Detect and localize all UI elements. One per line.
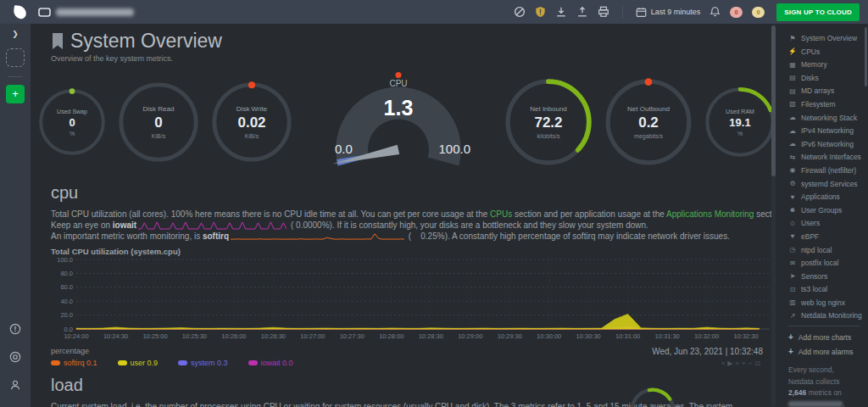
sidebar-item-cpus[interactable]: ⚡CPUs xyxy=(788,47,865,56)
gauge-used-ram[interactable]: Used RAM 19.1 % xyxy=(704,86,771,158)
svg-text:10:30:30: 10:30:30 xyxy=(576,332,601,340)
export-snapshot-button[interactable] xyxy=(576,6,588,18)
chart-units-label: percentage xyxy=(51,347,293,355)
sidebar-item-label: Sensors xyxy=(801,272,827,281)
node-selector[interactable] xyxy=(38,8,134,17)
gauge-cpu[interactable]: CPU 1.3 0.0 100.0 % xyxy=(318,74,479,170)
sidebar-item-filesystem[interactable]: ▧Filesystem xyxy=(788,100,865,109)
add-more-charts-button[interactable]: +Add more charts xyxy=(788,332,865,342)
cpu-desc-text: section and per application usage at the xyxy=(512,209,666,219)
sidebar-item-md-arrays[interactable]: ▤MD arrays xyxy=(788,86,865,95)
legend-item-system[interactable]: system 0.3 xyxy=(178,359,228,367)
plus-icon: + xyxy=(788,332,793,342)
chart-legend: softirq 0.1user 0.9system 0.3iowait 0.0 xyxy=(51,359,293,367)
signup-cloud-button[interactable]: SIGN UP TO CLOUD xyxy=(776,3,860,21)
sidebar-item-postfix-local[interactable]: ✉postfix local xyxy=(788,259,865,267)
cpu-chart[interactable]: 10:24:0010:24:3010:25:0010:25:3010:26:00… xyxy=(51,257,763,347)
cpu-desc-text: Total CPU utilization (all cores). 100% … xyxy=(51,209,490,219)
sidebar-item-disks[interactable]: ▤Disks xyxy=(788,74,865,82)
legend-swatch xyxy=(51,360,60,365)
update-button[interactable] xyxy=(514,6,526,18)
softirq-sparkline xyxy=(231,231,404,242)
gauge-value: 72.2 xyxy=(534,114,562,131)
gauge-disk-read[interactable]: Disk Read 0 KiB/s xyxy=(118,81,199,163)
bolt-icon: ⚡ xyxy=(788,47,797,55)
gauge-unit: megabits/s xyxy=(634,133,663,139)
sidebar-item-user-groups[interactable]: ☻User Groups xyxy=(788,206,865,215)
scrollbar-thumb[interactable] xyxy=(771,25,776,176)
load-partial-gauge[interactable] xyxy=(629,387,676,407)
svg-text:10:28:00: 10:28:00 xyxy=(379,332,403,340)
node-placeholder[interactable] xyxy=(6,48,25,67)
info-button[interactable] xyxy=(9,323,21,337)
critical-alarms-badge[interactable]: 0 xyxy=(730,7,743,18)
print-icon xyxy=(598,6,609,18)
sidebar-item-ipv4-networking[interactable]: ☁IPv4 Networking xyxy=(788,126,865,135)
iowait-term: iowait xyxy=(113,220,136,230)
sidebar-item-label: IPv6 Networking xyxy=(801,140,854,148)
main-scrollbar[interactable] xyxy=(771,25,776,407)
alarms-button[interactable] xyxy=(709,6,721,18)
svg-text:10:25:00: 10:25:00 xyxy=(142,332,167,340)
add-node-button[interactable]: + xyxy=(6,85,25,103)
account-button[interactable] xyxy=(9,379,21,393)
sidebar-item-ebpf[interactable]: ♥eBPF xyxy=(788,232,865,241)
envelope-icon: ✉ xyxy=(788,259,797,267)
applications-monitoring-link[interactable]: Applications Monitoring xyxy=(666,209,754,219)
import-snapshot-button[interactable] xyxy=(555,6,567,18)
add-more-charts-label: Add more charts xyxy=(798,333,851,342)
sidebar-item-ipv6-networking[interactable]: ☁IPv6 Networking xyxy=(788,140,865,148)
legend-item-softirq[interactable]: softirq 0.1 xyxy=(51,359,97,367)
add-more-alarms-button[interactable]: +Add more alarms xyxy=(788,347,865,356)
privacy-button[interactable] xyxy=(535,6,546,18)
softirq-term: softirq xyxy=(203,231,229,241)
sidebar-scrollbar[interactable] xyxy=(865,27,867,86)
folder-icon: ▧ xyxy=(788,100,797,108)
expand-rail-button[interactable]: ❯ xyxy=(12,30,19,38)
sidebar-item-system-overview[interactable]: ⚑System Overview xyxy=(788,34,865,42)
sidebar-item-label: Filesystem xyxy=(801,100,836,109)
sidebar-item-firewall-netfilter-[interactable]: ◉Firewall (netfilter) xyxy=(788,166,865,175)
netdata-logo[interactable] xyxy=(13,5,27,20)
chart-nav-toolbar: «▶»+−⊡ xyxy=(652,360,763,367)
shield-icon xyxy=(535,6,546,18)
legend-item-iowait[interactable]: iowait 0.0 xyxy=(248,359,293,367)
gauge-net-inbound[interactable]: Net Inbound 72.2 kilobits/s xyxy=(504,78,593,166)
warning-alarms-badge[interactable]: 0 xyxy=(752,7,765,18)
print-button[interactable] xyxy=(598,6,609,18)
gear-icon xyxy=(9,351,21,363)
time-range-picker[interactable]: Last 9 minutes xyxy=(636,7,701,18)
reset-zoom-icon[interactable]: ⊡ xyxy=(754,360,763,367)
sidebar-item-memory[interactable]: ▦Memory xyxy=(788,60,865,69)
gauge-net-outbound[interactable]: Net Outbound 0.2 megabits/s xyxy=(604,78,693,166)
sidebar-item-systemd-services[interactable]: ⚙systemd Services xyxy=(788,180,865,188)
sidebar-item-netdata-monitoring[interactable]: ↗Netdata Monitoring xyxy=(788,311,865,320)
sidebar-item-applications[interactable]: ♥Applications xyxy=(788,192,865,201)
gauge-value: 19.1 xyxy=(729,116,750,129)
gauge-used-swap[interactable]: Used Swap 0 % xyxy=(38,88,106,156)
sidebar-item-users[interactable]: ☺Users xyxy=(788,219,865,227)
sidebar-item-web-log-nginx[interactable]: ▥web log nginx xyxy=(788,298,865,307)
settings-button[interactable] xyxy=(9,351,21,365)
cpu-section-heading: cpu xyxy=(51,183,763,203)
zoom-in-icon[interactable]: + xyxy=(742,360,748,367)
iowait-sparkline xyxy=(138,220,287,231)
legend-item-user[interactable]: user 0.9 xyxy=(118,359,159,367)
pan-right-icon[interactable]: » xyxy=(736,360,742,367)
legend-label: iowait 0.0 xyxy=(261,359,293,367)
svg-text:10:27:00: 10:27:00 xyxy=(300,332,325,340)
svg-text:60.0: 60.0 xyxy=(60,283,73,291)
sidebar-item-network-interfaces[interactable]: ⇆Network Interfaces xyxy=(788,153,865,161)
sidebar-item-networking-stack[interactable]: ☁Networking Stack xyxy=(788,114,865,122)
sidebar-item-ts3-local[interactable]: ⊡ts3 local xyxy=(788,285,865,293)
main-content: System Overview Overview of the key syst… xyxy=(31,24,771,407)
sidebar-item-label: System Overview xyxy=(801,34,857,42)
gauge-min: 0.0 xyxy=(335,142,353,156)
sidebar-item-label: CPUs xyxy=(801,47,820,56)
user-icon xyxy=(9,379,21,391)
cpus-link[interactable]: CPUs xyxy=(490,209,512,219)
sidebar-item-ntpd-local[interactable]: ◷ntpd local xyxy=(788,246,865,254)
gauge-disk-write[interactable]: Disk Write 0.02 KiB/s xyxy=(211,81,292,163)
sidebar-item-sensors[interactable]: ➤Sensors xyxy=(788,272,865,281)
play-icon[interactable]: ▶ xyxy=(727,360,735,367)
